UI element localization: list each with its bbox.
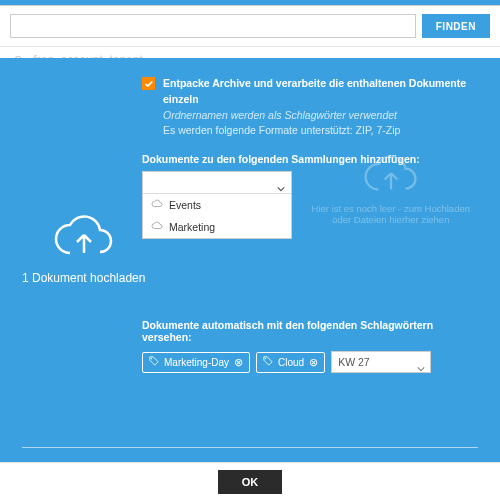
caret-down-icon[interactable] [417, 359, 425, 377]
collection-option[interactable]: Marketing [143, 216, 291, 238]
archive-line2: Ordnernamen werden als Schlagwörter verw… [163, 108, 478, 124]
divider [22, 447, 478, 448]
collections-label: Dokumente zu den folgenden Sammlungen hi… [142, 153, 478, 165]
tag-label: Marketing-Day [164, 357, 229, 368]
collections-input-row [143, 172, 291, 194]
collection-option-label: Events [169, 199, 201, 211]
search-bar: FINDEN [0, 6, 500, 47]
cloud-icon [151, 221, 163, 233]
tag-chip[interactable]: Cloud ⊗ [256, 352, 325, 373]
tag-icon [149, 356, 159, 368]
tag-chip[interactable]: Marketing-Day ⊗ [142, 352, 250, 373]
upload-modal: Entpacke Archive und verarbeite die enth… [0, 58, 500, 462]
caret-down-icon[interactable] [277, 179, 285, 197]
tags-row: Marketing-Day ⊗ Cloud ⊗ [142, 351, 478, 373]
upload-indicator: 1 Dokument hochladen [22, 213, 145, 285]
svg-point-0 [151, 358, 152, 359]
search-input[interactable] [10, 14, 416, 38]
cloud-upload-icon [52, 213, 116, 261]
tag-input[interactable] [338, 356, 424, 368]
archive-line3: Es werden folgende Formate unterstützt: … [163, 123, 478, 139]
tag-label: Cloud [278, 357, 304, 368]
find-button[interactable]: FINDEN [422, 14, 490, 38]
collection-option[interactable]: Events [143, 194, 291, 216]
check-icon [144, 79, 154, 89]
collections-input[interactable] [149, 177, 285, 189]
tag-input-wrapper[interactable] [331, 351, 431, 373]
tags-label: Dokumente automatisch mit den folgenden … [142, 319, 478, 343]
archive-option-text: Entpacke Archive und verarbeite die enth… [163, 76, 478, 139]
archive-option-row: Entpacke Archive und verarbeite die enth… [142, 76, 478, 139]
dropzone-line2: oder Dateien hierher ziehen [312, 214, 470, 225]
collections-dropdown[interactable]: Events Marketing [142, 171, 292, 239]
tag-remove-icon[interactable]: ⊗ [309, 356, 318, 369]
modal-footer: OK [0, 462, 500, 500]
tag-icon [263, 356, 273, 368]
cloud-icon [151, 199, 163, 211]
upload-caption: 1 Dokument hochladen [22, 271, 145, 285]
tag-remove-icon[interactable]: ⊗ [234, 356, 243, 369]
svg-point-1 [265, 358, 266, 359]
collection-option-label: Marketing [169, 221, 215, 233]
ok-button[interactable]: OK [218, 470, 282, 494]
archive-checkbox[interactable] [142, 77, 155, 90]
archive-line1: Entpacke Archive und verarbeite die enth… [163, 76, 478, 108]
dropzone-line1: Hier ist es noch leer - zum Hochladen [312, 203, 470, 214]
